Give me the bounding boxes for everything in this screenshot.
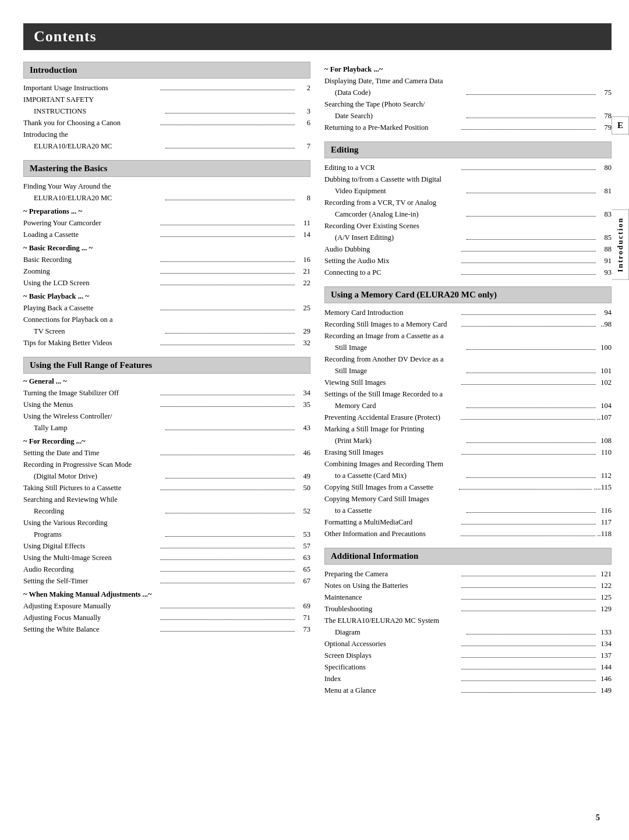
toc-entry: to a Cassette (Card Mix) 112	[324, 470, 612, 481]
side-tab-e: E	[612, 116, 629, 134]
section-additional: Additional Information Preparing the Cam…	[324, 548, 612, 696]
section-mastering: Mastering the Basics Finding Your Way Ar…	[23, 160, 310, 349]
toc-entry: Copying Still Images from a Cassette ...…	[324, 481, 612, 493]
toc-entry: Notes on Using the Batteries 122	[324, 580, 612, 591]
subsection-for-recording: ~ For Recording ...~	[23, 437, 310, 446]
toc-entry: Optional Accessories 134	[324, 638, 612, 650]
toc-entry: to a Cassette 116	[324, 505, 612, 516]
page-title: Contents	[23, 23, 612, 50]
toc-entry: Recording Over Existing Scenes	[324, 220, 612, 232]
toc-entry: Marking a Still Image for Printing	[324, 423, 612, 435]
toc-entry: Copying Memory Card Still Images	[324, 493, 612, 505]
toc-entry: Preventing Accidental Erasure (Protect) …	[324, 412, 612, 423]
toc-entry: Specifications 144	[324, 661, 612, 673]
toc-entry: Using Digital Effects 57	[23, 540, 310, 552]
main-content: Introduction Important Usage Instruction…	[23, 62, 612, 704]
toc-entry: Editing to a VCR 80	[324, 162, 612, 173]
toc-entry: TV Screen 29	[23, 325, 310, 337]
toc-entry: Adjusting Exposure Manually 69	[23, 600, 310, 612]
subsection-basic-recording: ~ Basic Recording ... ~	[23, 244, 310, 253]
toc-entry: Other Information and Precautions ..118	[324, 528, 612, 540]
toc-entry: Index 146	[324, 673, 612, 685]
section-header-additional: Additional Information	[324, 548, 612, 565]
toc-entry: Recording from Another DV Device as a	[324, 353, 612, 365]
toc-entry: ELURA10/ELURA20 MC 8	[23, 192, 310, 204]
toc-entry: Memory Card 104	[324, 400, 612, 412]
toc-entry: Turning the Image Stabilizer Off 34	[23, 387, 310, 399]
toc-entry: The ELURA10/ELURA20 MC System	[324, 615, 612, 626]
toc-entry: Dubbing to/from a Cassette with Digital	[324, 173, 612, 185]
toc-entry: Recording in Progressive Scan Mode	[23, 459, 310, 470]
section-editing: Editing Editing to a VCR 80 Dubbing to/f…	[324, 141, 612, 278]
section-introduction: Introduction Important Usage Instruction…	[23, 62, 310, 152]
toc-entry: Tips for Making Better Videos 32	[23, 337, 310, 349]
toc-entry: Video Equipment 81	[324, 185, 612, 197]
toc-entry: Formatting a MultiMediaCard 117	[324, 516, 612, 528]
toc-entry: Erasing Still Images 110	[324, 446, 612, 458]
toc-entry: Setting the Date and Time 46	[23, 447, 310, 459]
section-header-full-range: Using the Full Range of Features	[23, 357, 310, 374]
toc-entry: Using the Menus 35	[23, 399, 310, 410]
toc-entry: Using the Multi-Image Screen 63	[23, 552, 310, 563]
toc-entry: Returning to a Pre-Marked Position 79	[324, 122, 612, 133]
toc-entry: Diagram 133	[324, 626, 612, 638]
section-memory-card: Using a Memory Card (ELURA20 MC only) Me…	[324, 286, 612, 540]
toc-entry: Using the Wireless Controller/	[23, 410, 310, 422]
toc-entry: Recording Still Images to a Memory Card …	[324, 318, 612, 330]
subsection-manual-adjustments: ~ When Making Manual Adjustments ...~	[23, 590, 310, 599]
subsection-basic-playback: ~ Basic Playback ... ~	[23, 292, 310, 301]
toc-entry: ELURA10/ELURA20 MC 7	[23, 140, 310, 152]
toc-entry: Displaying Date, Time and Camera Data	[324, 75, 612, 87]
toc-entry: Combining Images and Recording Them	[324, 458, 612, 470]
section-header-editing: Editing	[324, 141, 612, 158]
toc-entry: Using the LCD Screen 22	[23, 277, 310, 289]
toc-entry: (Print Mark) 108	[324, 435, 612, 446]
toc-entry: INSTRUCTIONS 3	[23, 105, 310, 117]
toc-entry: Thank you for Choosing a Canon 6	[23, 117, 310, 129]
side-tab-introduction: Introduction	[612, 210, 629, 280]
page: Contents E Introduction Important Usage …	[0, 0, 629, 840]
section-header-memory-card: Using a Memory Card (ELURA20 MC only)	[324, 286, 612, 303]
toc-entry: Audio Recording 65	[23, 563, 310, 575]
section-header-mastering: Mastering the Basics	[23, 160, 310, 177]
toc-entry: Audio Dubbing 88	[324, 243, 612, 255]
toc-entry: Searching and Reviewing While	[23, 494, 310, 505]
toc-entry: Searching the Tape (Photo Search/	[324, 98, 612, 110]
toc-entry: Settings of the Still Image Recorded to …	[324, 388, 612, 400]
toc-entry: Recording 52	[23, 505, 310, 517]
toc-entry: (A/V Insert Editing) 85	[324, 232, 612, 243]
toc-entry: Preparing the Camera 121	[324, 568, 612, 580]
toc-entry: Screen Displays 137	[324, 650, 612, 661]
toc-entry: Tally Lamp 43	[23, 422, 310, 434]
toc-entry: Taking Still Pictures to a Cassette 50	[23, 482, 310, 494]
toc-entry: Important Usage Instructions 2	[23, 82, 310, 94]
toc-entry: Using the Various Recording	[23, 517, 310, 529]
toc-entry: Setting the Self-Timer 67	[23, 575, 310, 587]
section-for-playback: ~ For Playback ...~ Displaying Date, Tim…	[324, 65, 612, 133]
toc-entry: Connecting to a PC 93	[324, 267, 612, 278]
toc-entry: Date Search) 78	[324, 110, 612, 122]
section-full-range: Using the Full Range of Features ~ Gener…	[23, 357, 310, 635]
page-number: 5	[596, 813, 600, 823]
toc-entry: Setting the Audio Mix 91	[324, 255, 612, 267]
subsection-for-playback: ~ For Playback ...~	[324, 65, 612, 74]
toc-entry: Connections for Playback on a	[23, 314, 310, 325]
toc-entry: Maintenance 125	[324, 591, 612, 603]
left-column: Introduction Important Usage Instruction…	[23, 62, 310, 704]
toc-entry: Still Image 100	[324, 342, 612, 353]
toc-entry: Introducing the	[23, 129, 310, 140]
toc-entry: Recording from a VCR, TV or Analog	[324, 197, 612, 208]
toc-entry: Memory Card Introduction 94	[324, 307, 612, 318]
toc-entry: Still Image 101	[324, 365, 612, 377]
right-column: ~ For Playback ...~ Displaying Date, Tim…	[324, 62, 612, 704]
toc-entry: IMPORTANT SAFETY	[23, 94, 310, 105]
toc-entry: Basic Recording 16	[23, 254, 310, 265]
toc-entry: Finding Your Way Around the	[23, 180, 310, 192]
toc-entry: Recording an Image from a Cassette as a	[324, 330, 612, 342]
toc-entry: Powering Your Camcorder 11	[23, 217, 310, 229]
toc-entry: Loading a Cassette 14	[23, 229, 310, 240]
toc-entry: Setting the White Balance 73	[23, 623, 310, 635]
toc-entry: Camcorder (Analog Line-in) 83	[324, 208, 612, 220]
toc-entry: Adjusting Focus Manually 71	[23, 612, 310, 623]
toc-entry: Menu at a Glance 149	[324, 685, 612, 696]
